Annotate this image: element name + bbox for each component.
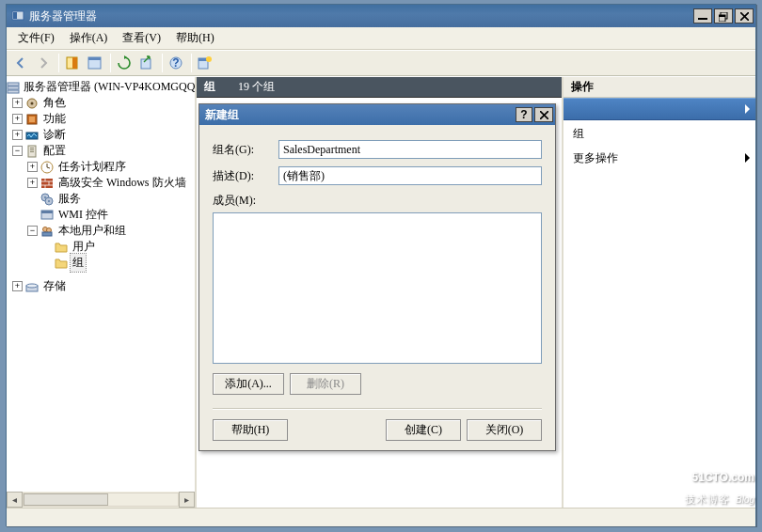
minimize-button[interactable] [693,8,712,23]
svg-rect-25 [30,149,34,150]
actions-section-header[interactable] [564,98,755,120]
new-group-button[interactable] [195,53,215,73]
tree-configuration[interactable]: − 配置 [7,143,195,159]
chevron-right-icon [745,104,750,114]
dialog-titlebar[interactable]: 新建组 ? [199,104,555,125]
svg-point-14 [206,56,212,62]
expander-plus-icon[interactable]: + [27,178,38,188]
center-header-label: 组 [204,79,215,95]
description-label: 描述(D): [213,168,278,184]
remove-button[interactable]: 删除(R) [290,373,361,395]
svg-rect-26 [30,151,34,152]
group-name-label: 组名(G): [213,142,278,158]
new-group-dialog: 新建组 ? 组名(G): 描述(D): 成员(M): 添加(A)... 删除(R… [198,103,556,451]
wmi-icon [40,208,55,223]
svg-rect-4 [719,15,725,17]
create-button[interactable]: 创建(C) [386,419,461,441]
members-listbox[interactable] [213,212,542,364]
add-button[interactable]: 添加(A)... [213,373,284,395]
center-header: 组 19 个组 [197,77,562,98]
tree-users[interactable]: 用户 [7,239,195,255]
folder-icon [54,256,69,271]
svg-point-32 [48,200,50,202]
back-button[interactable] [10,53,31,73]
svg-rect-28 [41,179,53,188]
tree-local-users-groups[interactable]: − 本地用户和组 [7,223,195,239]
scroll-right-button[interactable]: ▸ [179,492,195,508]
expander-plus-icon[interactable]: + [27,162,38,172]
members-label: 成员(M): [213,193,542,209]
actions-item-group[interactable]: 组 [564,120,755,148]
tree-groups[interactable]: 组 [7,255,195,271]
tree-firewall[interactable]: + 高级安全 Windows 防火墙 [7,175,195,191]
features-icon [24,112,40,127]
tree: 服务器管理器 (WIN-VP4KOMGQQ9 + 角色 + 功能 + 诊断 [7,77,195,296]
svg-rect-6 [72,57,77,69]
app-icon [10,8,25,23]
tree-storage[interactable]: + 存储 [7,278,195,294]
help-button[interactable]: 帮助(H) [213,419,288,441]
watermark-brand: 51CTO.com [692,471,754,484]
tree-diagnostics[interactable]: + 诊断 [7,127,195,143]
svg-point-19 [31,102,34,104]
expander-minus-icon[interactable]: − [27,226,38,236]
close-button[interactable] [735,8,754,23]
scroll-left-button[interactable]: ◂ [7,492,23,508]
description-input[interactable] [278,166,542,185]
help-button[interactable]: ? [166,53,186,73]
actions-item-more[interactable]: 更多操作 [564,148,755,168]
toolbar-separator-2 [110,54,111,72]
tree-wmi[interactable]: WMI 控件 [7,207,195,223]
clock-icon [40,160,55,175]
forward-button[interactable] [33,53,54,73]
actions-title: 操作 [564,77,755,98]
actions-body: 组 更多操作 [564,98,755,508]
restore-button[interactable] [714,8,733,23]
group-name-input[interactable] [278,140,542,159]
action-pane-button[interactable] [85,53,105,73]
titlebar[interactable]: 服务器管理器 [7,5,755,27]
svg-rect-24 [30,148,34,149]
toolbar-separator-3 [162,54,163,72]
expander-plus-icon[interactable]: + [12,98,23,108]
toolbar: ? [7,50,755,76]
svg-rect-17 [8,90,19,93]
expander-plus-icon[interactable]: + [12,281,23,291]
tree-root[interactable]: 服务器管理器 (WIN-VP4KOMGQQ9 [7,79,195,95]
menu-help[interactable]: 帮助(H) [168,27,222,49]
refresh-button[interactable] [114,53,135,73]
expander-minus-icon[interactable]: − [12,146,23,156]
dialog-close-button[interactable] [534,107,553,122]
center-header-count: 19 个组 [238,79,275,95]
tree-features[interactable]: + 功能 [7,111,195,127]
expander-plus-icon[interactable]: + [12,114,23,124]
dialog-title: 新建组 [205,107,514,123]
tree-hscrollbar[interactable]: ◂ ▸ [7,492,195,508]
svg-rect-34 [41,211,53,213]
firewall-icon [40,176,55,191]
dialog-help-button[interactable]: ? [516,107,532,122]
watermark-blog: Blog [736,494,754,505]
svg-rect-37 [42,232,52,236]
close-dialog-button[interactable]: 关闭(O) [467,419,542,441]
gear-icon [40,192,55,207]
menu-view[interactable]: 查看(V) [115,27,168,49]
export-button[interactable] [136,53,157,73]
tree-services[interactable]: 服务 [7,191,195,207]
actions-item-more-label: 更多操作 [573,150,618,166]
toolbar-separator [58,54,59,72]
tree-roles[interactable]: + 角色 [7,95,195,111]
svg-point-39 [26,284,38,288]
svg-rect-15 [8,83,19,86]
tree-pane: 服务器管理器 (WIN-VP4KOMGQQ9 + 角色 + 功能 + 诊断 [7,77,197,508]
expander-plus-icon[interactable]: + [12,130,23,140]
show-hide-button[interactable] [62,53,83,73]
svg-text:?: ? [172,56,179,70]
menu-action[interactable]: 操作(A) [62,27,116,49]
scroll-thumb[interactable] [24,493,108,506]
scroll-track[interactable] [23,493,179,507]
tree-task-scheduler[interactable]: + 任务计划程序 [7,159,195,175]
menu-file[interactable]: 文件(F) [10,27,62,49]
dialog-body: 组名(G): 描述(D): 成员(M): 添加(A)... 删除(R) 帮助(H… [199,125,555,450]
actions-pane: 操作 组 更多操作 [564,77,755,508]
